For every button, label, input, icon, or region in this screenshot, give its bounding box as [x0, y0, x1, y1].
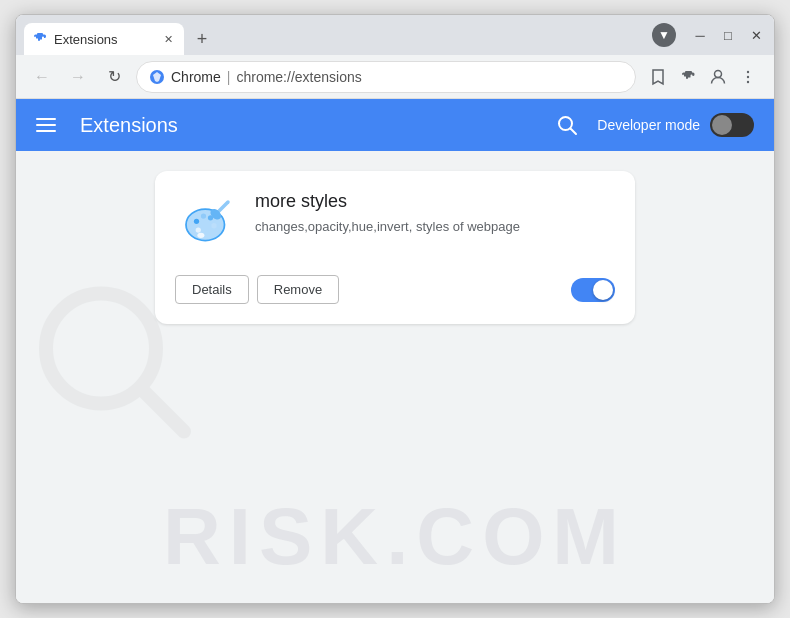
svg-line-8: [141, 389, 184, 432]
toolbar-icons: [644, 63, 762, 91]
paint-palette-icon: [179, 195, 235, 251]
extension-toggle[interactable]: [571, 278, 615, 302]
profile-dropdown-button[interactable]: ▼: [652, 23, 676, 47]
address-text: Chrome | chrome://extensions: [171, 69, 362, 85]
extension-description: changes,opacity,hue,invert, styles of we…: [255, 218, 615, 236]
tab-favicon-icon: [32, 31, 48, 47]
svg-point-1: [715, 70, 722, 77]
developer-mode-toggle[interactable]: [710, 113, 754, 137]
card-bottom: Details Remove: [175, 275, 615, 304]
close-button[interactable]: ✕: [746, 25, 766, 45]
extensions-content: RISK.COM: [16, 151, 774, 603]
watermark-text: RISK.COM: [163, 491, 627, 583]
developer-mode-toggle-knob: [712, 115, 732, 135]
window-controls: ─ □ ✕: [682, 15, 774, 55]
extension-icon: [175, 191, 239, 255]
svg-point-2: [747, 70, 749, 72]
extension-info: more styles changes,opacity,hue,invert, …: [255, 191, 615, 236]
svg-point-16: [211, 223, 216, 228]
svg-point-18: [197, 233, 204, 238]
address-bar: ← → ↻ Chrome | chrome://extensions: [16, 55, 774, 99]
svg-point-17: [196, 227, 201, 232]
extensions-header: Extensions Developer mode: [16, 99, 774, 151]
search-button[interactable]: [553, 111, 581, 139]
svg-line-6: [571, 129, 577, 135]
svg-point-14: [201, 213, 206, 218]
forward-button[interactable]: →: [64, 63, 92, 91]
extensions-page-title: Extensions: [80, 114, 553, 137]
profile-button[interactable]: [704, 63, 732, 91]
reload-button[interactable]: ↻: [100, 63, 128, 91]
minimize-button[interactable]: ─: [690, 25, 710, 45]
extension-card: more styles changes,opacity,hue,invert, …: [155, 171, 635, 324]
extension-toggle-knob: [593, 280, 613, 300]
developer-mode-label: Developer mode: [597, 117, 700, 133]
svg-point-15: [208, 215, 213, 220]
tab-close-button[interactable]: ✕: [160, 31, 176, 47]
svg-point-3: [747, 75, 749, 77]
title-bar: Extensions ✕ + ▼ ─ □ ✕: [16, 15, 774, 55]
remove-button[interactable]: Remove: [257, 275, 339, 304]
svg-line-11: [218, 202, 229, 213]
menu-button[interactable]: [734, 63, 762, 91]
card-top: more styles changes,opacity,hue,invert, …: [175, 191, 615, 255]
tab-area: Extensions ✕ +: [16, 15, 652, 55]
maximize-button[interactable]: □: [718, 25, 738, 45]
browser-window: Extensions ✕ + ▼ ─ □ ✕ ← → ↻: [15, 14, 775, 604]
details-button[interactable]: Details: [175, 275, 249, 304]
tab-title: Extensions: [54, 32, 154, 47]
bookmark-button[interactable]: [644, 63, 672, 91]
back-button[interactable]: ←: [28, 63, 56, 91]
hamburger-menu-button[interactable]: [36, 111, 64, 139]
new-tab-button[interactable]: +: [188, 25, 216, 53]
active-tab[interactable]: Extensions ✕: [24, 23, 184, 55]
extensions-button[interactable]: [674, 63, 702, 91]
address-input[interactable]: Chrome | chrome://extensions: [136, 61, 636, 93]
extension-name: more styles: [255, 191, 615, 212]
address-favicon-icon: [149, 69, 165, 85]
svg-point-13: [194, 219, 199, 224]
svg-point-4: [747, 80, 749, 82]
